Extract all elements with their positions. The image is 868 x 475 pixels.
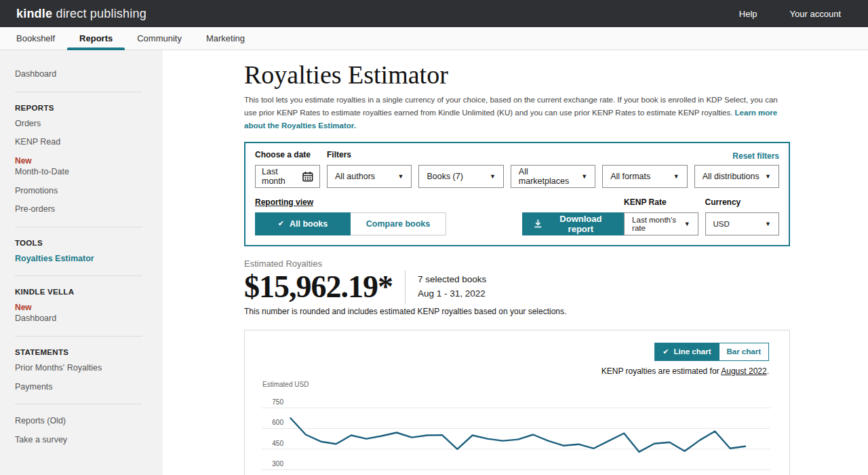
chart-panel: ✔ Line chart Bar chart KENP royalties ar…: [244, 330, 790, 475]
logo-secondary: direct publishing: [56, 7, 146, 20]
sidebar-item-label: Month-to-Date: [15, 167, 69, 176]
bar-chart-toggle[interactable]: Bar chart: [719, 343, 769, 360]
new-badge: New: [15, 303, 148, 313]
divider: [15, 227, 142, 227]
sidebar-item-vella-dashboard[interactable]: New Dashboard: [0, 299, 163, 328]
sidebar-item-month-to-date[interactable]: New Month-to-Date: [0, 152, 163, 182]
kenp-rate-select[interactable]: Last month's rate ▼: [624, 212, 698, 235]
primary-nav: Bookshelf Reports Community Marketing: [0, 27, 868, 50]
chevron-down-icon: ▼: [684, 221, 690, 227]
caption-period: .: [767, 366, 769, 376]
sidebar-section-reports: REPORTS: [0, 100, 163, 115]
chart-type-toggle: ✔ Line chart Bar chart: [654, 343, 769, 361]
filters-label: Filters: [327, 150, 779, 159]
tab-marketing[interactable]: Marketing: [194, 27, 257, 50]
reporting-view-label: Reporting view: [255, 197, 446, 207]
new-badge: New: [15, 156, 148, 166]
tab-label: Reports: [79, 33, 113, 43]
sidebar-item-orders[interactable]: Orders: [0, 115, 163, 134]
chevron-down-icon: ▼: [765, 221, 771, 227]
estimated-royalties-amount: $15,962.19*: [244, 271, 393, 303]
tab-label: Community: [137, 33, 182, 43]
chevron-down-icon: ▼: [397, 173, 403, 180]
sidebar-item-kenp-read[interactable]: KENP Read: [0, 133, 163, 152]
marketplaces-filter-select[interactable]: All marketplaces ▼: [511, 165, 595, 188]
y-tick-label: 600: [272, 419, 283, 426]
kenp-rate-label: KENP Rate: [624, 197, 698, 207]
all-books-toggle[interactable]: ✔ All books: [255, 212, 351, 235]
sidebar-item-payments[interactable]: Payments: [0, 378, 163, 397]
download-report-button[interactable]: Download report: [522, 212, 624, 235]
divider: [15, 276, 142, 276]
select-value: All distributions: [703, 172, 760, 181]
select-value: All authors: [335, 172, 375, 181]
download-report-label: Download report: [549, 214, 612, 234]
authors-filter-select[interactable]: All authors ▼: [327, 165, 412, 188]
your-account-link[interactable]: Your account: [790, 9, 841, 19]
tab-reports[interactable]: Reports: [67, 27, 125, 50]
description-text: This tool lets you estimate royalties in…: [244, 96, 778, 117]
currency-select[interactable]: USD ▼: [705, 212, 779, 235]
sidebar-item-promotions[interactable]: Promotions: [0, 182, 163, 201]
royalties-line-series: [291, 418, 746, 452]
sidebar-item-label: Dashboard: [15, 314, 56, 323]
chart-caption: KENP royalties are estimated for August …: [601, 366, 769, 376]
date-picker[interactable]: Last month: [255, 165, 320, 188]
page-title: Royalties Estimator: [244, 60, 790, 90]
chevron-down-icon: ▼: [673, 173, 679, 180]
sidebar-item-royalties-estimator[interactable]: Royalties Estimator: [0, 250, 163, 269]
date-range: Aug 1 - 31, 2022: [418, 287, 486, 301]
reset-filters-link[interactable]: Reset filters: [732, 151, 779, 161]
sidebar-item-take-a-survey[interactable]: Take a survey: [0, 431, 163, 450]
help-link[interactable]: Help: [739, 9, 757, 19]
sidebar-section-kindle-vella: KINDLE VELLA: [0, 284, 163, 299]
page-layout: Dashboard REPORTS Orders KENP Read New M…: [0, 50, 868, 475]
top-header: kindle direct publishing Help Your accou…: [0, 0, 868, 27]
compare-books-toggle[interactable]: Compare books: [351, 212, 446, 235]
check-icon: ✔: [278, 219, 284, 228]
toggle-label: All books: [290, 219, 328, 229]
selected-books-count: 7 selected books: [418, 273, 486, 287]
royalties-chart-svg: 0150300450600750Estimated USD01 Aug03 Au…: [258, 378, 787, 475]
chevron-down-icon: ▼: [490, 173, 496, 180]
divider: [15, 336, 142, 337]
tab-bookshelf[interactable]: Bookshelf: [4, 27, 67, 50]
logo-primary: kindle: [16, 7, 52, 20]
page-description: This tool lets you estimate royalties in…: [244, 94, 790, 132]
sidebar: Dashboard REPORTS Orders KENP Read New M…: [0, 50, 163, 475]
sidebar-item-dashboard[interactable]: Dashboard: [0, 65, 163, 84]
date-picker-value: Last month: [262, 167, 302, 186]
kdp-logo[interactable]: kindle direct publishing: [16, 7, 146, 21]
filter-panel: Reset filters Choose a date Last month: [244, 142, 790, 246]
toggle-label: Bar chart: [727, 347, 762, 356]
calendar-icon: [302, 171, 313, 182]
select-value: All formats: [610, 172, 650, 181]
header-links: Help Your account: [739, 9, 852, 19]
divider: [405, 270, 406, 304]
sidebar-section-statements: STATEMENTS: [0, 344, 163, 359]
y-tick-label: 300: [272, 460, 283, 468]
tab-community[interactable]: Community: [125, 27, 194, 50]
toggle-label: Line chart: [674, 347, 711, 356]
download-icon: [534, 218, 542, 229]
divider: [15, 92, 142, 92]
books-filter-select[interactable]: Books (7) ▼: [418, 165, 503, 188]
choose-date-label: Choose a date: [255, 150, 320, 159]
sidebar-item-reports-old[interactable]: Reports (Old): [0, 412, 163, 431]
sidebar-item-prior-months-royalties[interactable]: Prior Months' Royalties: [0, 359, 163, 378]
active-tab-indicator: [67, 48, 125, 50]
chevron-down-icon: ▼: [581, 173, 587, 180]
formats-filter-select[interactable]: All formats ▼: [602, 165, 687, 188]
y-tick-label: 450: [272, 440, 283, 447]
line-chart-toggle[interactable]: ✔ Line chart: [655, 343, 718, 360]
royalties-summary: Estimated Royalties $15,962.19* 7 select…: [244, 259, 790, 316]
sidebar-item-pre-orders[interactable]: Pre-orders: [0, 200, 163, 219]
caption-month-link[interactable]: August 2022: [721, 366, 766, 376]
y-tick-label: 750: [272, 398, 283, 406]
divider: [15, 404, 142, 404]
sidebar-section-tools: TOOLS: [0, 235, 163, 250]
estimated-royalties-label: Estimated Royalties: [244, 259, 790, 269]
distributions-filter-select[interactable]: All distributions ▼: [694, 165, 779, 188]
currency-label: Currency: [705, 197, 779, 207]
rounding-footnote: This number is rounded and includes esti…: [244, 307, 790, 316]
